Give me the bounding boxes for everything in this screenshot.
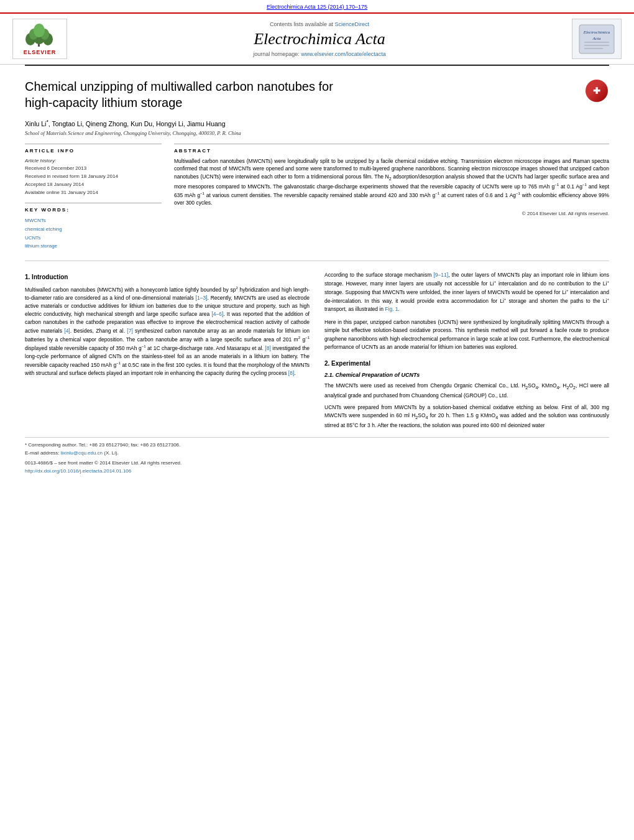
- ref-8b-link[interactable]: [8]: [288, 370, 294, 376]
- accepted-date: Accepted 18 January 2014: [25, 181, 162, 189]
- top-link-bar: Electrochimica Acta 125 (2014) 170–175: [0, 0, 634, 12]
- sciencedirect-link[interactable]: ScienceDirect: [335, 21, 370, 27]
- email-link[interactable]: lixinlu@cqu.edu.cn: [61, 450, 103, 456]
- footnote-2: E-mail address: lixinlu@cqu.edu.cn (X. L…: [25, 450, 609, 458]
- subsection-title: 2.1. Chemical Preparation of UCNTs: [324, 372, 609, 378]
- right-column: ABSTRACT Multiwalled carbon nanotubes (M…: [174, 144, 609, 251]
- available-date: Available online 31 January 2014: [25, 189, 162, 197]
- ref-7-link[interactable]: [7]: [127, 328, 132, 334]
- svg-text:Acta: Acta: [592, 36, 601, 41]
- journal-center-info: Contents lists available at ScienceDirec…: [73, 21, 566, 57]
- keywords-heading: Key words:: [25, 207, 162, 213]
- intro-section-title: 1. Introduction: [25, 274, 310, 280]
- keyword-mwcnts: MWCNTs: [25, 216, 162, 225]
- doi-link[interactable]: http://dx.doi.org/10.1016/j.electacta.20…: [25, 468, 131, 474]
- fig1-link[interactable]: Fig. 1: [385, 306, 398, 312]
- article-info-abstract-row: ARTICLE INFO Article history: Received 6…: [25, 144, 609, 251]
- content-divider: [25, 261, 609, 261]
- keyword-etching: chemical etching: [25, 225, 162, 234]
- body-left-col: 1. Introduction Multiwalled carbon nanot…: [25, 271, 310, 430]
- received-revised-date: Received in revised form 18 January 2014: [25, 173, 162, 181]
- ref-4-6-link[interactable]: [4–6]: [211, 311, 223, 317]
- homepage-line: journal homepage: www.elsevier.com/locat…: [73, 51, 566, 57]
- article-info-section: ARTICLE INFO Article history: Received 6…: [25, 144, 162, 197]
- intro-paragraph-3: Here in this paper, unzipped carbon nano…: [324, 318, 609, 351]
- affiliation-text: School of Materials Science and Engineer…: [25, 130, 609, 136]
- copyright-text: © 2014 Elsevier Ltd. All rights reserved…: [174, 211, 609, 216]
- journal-citation-link[interactable]: Electrochimica Acta 125 (2014) 170–175: [267, 4, 367, 10]
- authors-text: Xinlu Li*, Tongtao Li, Qineng Zhong, Kun…: [25, 120, 226, 127]
- body-right-col: According to the surface storage mechani…: [324, 271, 609, 430]
- received-date: Received 6 December 2013: [25, 165, 162, 173]
- main-content: Chemical unzipping of multiwalled carbon…: [0, 66, 634, 488]
- article-history: Article history: Received 6 December 201…: [25, 157, 162, 197]
- abstract-heading: ABSTRACT: [174, 148, 609, 154]
- svg-point-6: [34, 24, 45, 37]
- experimental-paragraph-2: UCNTs were prepared from MWCNTs by a sol…: [324, 404, 609, 430]
- elsevier-brand-text: ELSEVIER: [24, 49, 57, 55]
- footer-notes: * Corresponding author. Tel.: +86 23 651…: [25, 437, 609, 476]
- body-text-area: 1. Introduction Multiwalled carbon nanot…: [25, 271, 609, 430]
- issn-line: 0013-4686/$ – see front matter © 2014 El…: [25, 459, 609, 468]
- sciencedirect-line: Contents lists available at ScienceDirec…: [73, 21, 566, 27]
- keyword-ucnts: UCNTs: [25, 234, 162, 242]
- ref-8-link[interactable]: [8]: [265, 345, 270, 351]
- elsevier-logo: ELSEVIER: [12, 19, 67, 59]
- journal-title: Electrochimica Acta: [73, 30, 566, 48]
- article-info-heading: ARTICLE INFO: [25, 148, 162, 154]
- intro-paragraph-2: According to the surface storage mechani…: [324, 271, 609, 313]
- svg-text:Electrochimica: Electrochimica: [583, 30, 610, 35]
- history-label: Article history:: [25, 158, 56, 164]
- keywords-section: Key words: MWCNTs chemical etching UCNTs…: [25, 203, 162, 250]
- intro-paragraph-1: Multiwalled carbon nanotubes (MWCNTs) wi…: [25, 285, 310, 377]
- synthesis-word: synthesis: [467, 327, 489, 333]
- journal-header: ELSEVIER Contents lists available at Sci…: [0, 12, 634, 65]
- homepage-link[interactable]: www.elsevier.com/locate/electacta: [301, 51, 386, 57]
- ref-4-link[interactable]: [4]: [64, 328, 70, 334]
- article-title-text: Chemical unzipping of multiwalled carbon…: [25, 78, 572, 111]
- experimental-section-title: 2. Experimental: [324, 360, 609, 367]
- journal-logo: Electrochimica Acta: [572, 19, 622, 59]
- left-column: ARTICLE INFO Article history: Received 6…: [25, 144, 162, 251]
- doi-line: http://dx.doi.org/10.1016/j.electacta.20…: [25, 468, 609, 476]
- footnote-1: * Corresponding author. Tel.: +86 23 651…: [25, 441, 609, 450]
- ref-1-3-link[interactable]: [1–3]: [196, 295, 208, 301]
- article-title-block: Chemical unzipping of multiwalled carbon…: [25, 78, 609, 111]
- crossmark-icon: ✚: [586, 80, 608, 102]
- abstract-text: Multiwalled carbon nanotubes (MWCNTs) we…: [174, 157, 609, 208]
- authors-line: Xinlu Li*, Tongtao Li, Qineng Zhong, Kun…: [25, 118, 609, 127]
- crossmark-badge[interactable]: ✚: [584, 78, 609, 103]
- keyword-lithium: lithium storage: [25, 242, 162, 251]
- abstract-section: ABSTRACT Multiwalled carbon nanotubes (M…: [174, 144, 609, 217]
- experimental-paragraph-1: The MWCNTs were used as received from Ch…: [324, 382, 609, 400]
- ref-9-11-link[interactable]: [9–11]: [434, 272, 449, 278]
